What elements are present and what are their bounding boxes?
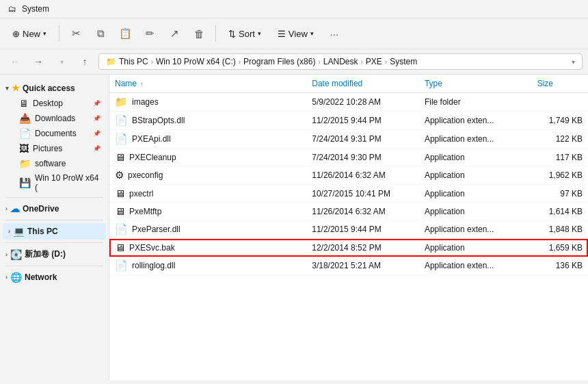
exe-icon: 🖥 xyxy=(115,188,125,199)
title-bar-icon: 🗂 xyxy=(8,4,16,14)
sidebar-div2 xyxy=(5,220,103,220)
up-button[interactable]: ↑ xyxy=(75,52,94,71)
breadcrumb-thispc[interactable]: This PC xyxy=(119,57,148,66)
breadcrumb-sep5: › xyxy=(385,58,387,66)
file-name-text: PXECleanup xyxy=(129,153,176,162)
view-label: View xyxy=(289,29,308,39)
paste-button[interactable]: 📋 xyxy=(114,23,136,44)
sidebar: ▾ ★ Quick access 🖥 Desktop 📌 📥 Downloads… xyxy=(0,75,109,381)
back-button[interactable]: ← xyxy=(5,52,25,71)
pictures-pin-icon: 📌 xyxy=(93,145,101,152)
view-button[interactable]: ☰ View ▾ xyxy=(271,25,321,42)
breadcrumb-pxe[interactable]: PXE xyxy=(366,57,382,66)
file-name-cell: 📄BStrapOpts.dll xyxy=(109,112,306,130)
file-size: 122 KB xyxy=(532,130,588,149)
plus-icon: ⊕ xyxy=(12,29,20,39)
sidebar-section-new-volume[interactable]: › 💽 新加卷 (D:) xyxy=(0,246,109,263)
cut-button[interactable]: ✂ xyxy=(65,23,87,44)
file-name-text: PxeParser.dll xyxy=(132,225,181,234)
table-row[interactable]: 📄rollinglog.dll3/18/2021 5:21 AMApplicat… xyxy=(109,257,588,275)
col-type-label: Type xyxy=(425,79,442,88)
sidebar-section-quick-access[interactable]: ▾ ★ Quick access xyxy=(0,80,109,96)
file-name-cell: 🖥PXECleanup xyxy=(109,149,306,166)
pictures-icon: 🖼 xyxy=(19,143,29,154)
title-bar-text: System xyxy=(22,4,49,14)
table-row[interactable]: 🖥PXESvc.bak12/2/2014 8:52 PMApplication1… xyxy=(109,239,588,257)
breadcrumb-expand[interactable]: ▾ xyxy=(572,58,575,66)
table-row[interactable]: 📄PXEApi.dll7/24/2014 9:31 PMApplication … xyxy=(109,130,588,149)
sidebar-item-pictures[interactable]: 🖼 Pictures 📌 xyxy=(3,141,106,156)
file-date: 3/18/2021 5:21 AM xyxy=(306,257,419,275)
copy-button[interactable]: ⧉ xyxy=(90,23,111,44)
delete-button[interactable]: 🗑 xyxy=(188,23,210,44)
table-row[interactable]: 📄BStrapOpts.dll11/2/2015 9:44 PMApplicat… xyxy=(109,112,588,130)
sidebar-section-onedrive[interactable]: › ☁ OneDrive xyxy=(0,201,109,217)
file-date: 7/24/2014 9:30 PM xyxy=(306,149,419,166)
file-name-cell: 📁images xyxy=(109,93,306,112)
dll-icon: 📄 xyxy=(115,259,128,272)
newvol-chevron: › xyxy=(5,251,8,258)
table-row[interactable]: 🖥PxeMtftp11/26/2014 6:32 AMApplication1,… xyxy=(109,203,588,220)
table-row[interactable]: 🖥PXECleanup7/24/2014 9:30 PMApplication1… xyxy=(109,149,588,166)
file-name-text: pxectrl xyxy=(129,189,153,199)
table-row[interactable]: ⚙pxeconfig11/26/2014 6:32 AMApplication1… xyxy=(109,166,588,185)
table-row[interactable]: 📄PxeParser.dll11/2/2015 9:44 PMApplicati… xyxy=(109,220,588,239)
sidebar-item-downloads[interactable]: 📥 Downloads 📌 xyxy=(3,111,106,126)
file-type: Application xyxy=(419,239,532,257)
col-name-label: Name xyxy=(115,79,137,88)
breadcrumb-c[interactable]: Win 10 ProW x64 (C:) xyxy=(156,57,236,66)
sidebar-win10-label: Win 10 ProW x64 ( xyxy=(35,173,101,192)
sort-arrow-icon: ↑ xyxy=(140,81,144,88)
breadcrumb-sep1: › xyxy=(151,58,153,66)
file-table-body: 📁images5/9/2022 10:28 AMFile folder📄BStr… xyxy=(109,93,588,275)
file-date: 7/24/2014 9:31 PM xyxy=(306,130,419,149)
file-name-text: PXESvc.bak xyxy=(129,243,175,253)
desktop-icon: 🖥 xyxy=(19,98,29,109)
sort-chevron: ▾ xyxy=(258,30,261,37)
sidebar-item-desktop[interactable]: 🖥 Desktop 📌 xyxy=(3,96,106,111)
sidebar-section-this-pc[interactable]: › 💻 This PC xyxy=(3,223,106,240)
breadcrumb-system[interactable]: System xyxy=(390,57,417,66)
breadcrumb-programfiles[interactable]: Program Files (x86) xyxy=(243,57,315,66)
sidebar-item-software[interactable]: 📁 software xyxy=(3,156,106,171)
forward-button[interactable]: → xyxy=(29,52,48,71)
file-name-text: BStrapOpts.dll xyxy=(132,116,185,125)
rename-button[interactable]: ✏ xyxy=(139,23,161,44)
new-button[interactable]: ⊕ New ▾ xyxy=(5,25,53,42)
more-button[interactable]: ··· xyxy=(323,23,345,44)
main-layout: ▾ ★ Quick access 🖥 Desktop 📌 📥 Downloads… xyxy=(0,75,588,381)
file-size: 1,962 KB xyxy=(532,166,588,185)
file-name-text: images xyxy=(132,97,159,107)
file-date: 11/2/2015 9:44 PM xyxy=(306,112,419,130)
file-date: 10/27/2015 10:41 PM xyxy=(306,185,419,203)
breadcrumb-landesk[interactable]: LANDesk xyxy=(323,57,358,66)
sort-button[interactable]: ⇅ Sort ▾ xyxy=(222,25,268,42)
sidebar-item-documents[interactable]: 📄 Documents 📌 xyxy=(3,126,106,141)
file-type: Application xyxy=(419,203,532,220)
col-date-header[interactable]: Date modified xyxy=(306,75,419,93)
dll-icon: 📄 xyxy=(115,223,128,235)
file-name-cell: 🖥PXESvc.bak xyxy=(109,239,306,257)
sidebar-downloads-label: Downloads xyxy=(35,114,75,123)
sidebar-section-network[interactable]: › 🌐 Network xyxy=(0,269,109,285)
sidebar-pictures-label: Pictures xyxy=(33,144,62,153)
recent-button[interactable]: ▾ xyxy=(52,52,71,71)
this-pc-chevron: › xyxy=(8,228,10,235)
file-type: Application xyxy=(419,149,532,166)
breadcrumb[interactable]: 📁 This PC › Win 10 ProW x64 (C:) › Progr… xyxy=(98,53,583,70)
file-date: 5/9/2022 10:28 AM xyxy=(306,93,419,112)
col-name-header[interactable]: Name ↑ xyxy=(109,75,306,93)
sidebar-div4 xyxy=(5,266,103,266)
share-button[interactable]: ↗ xyxy=(163,23,185,44)
table-row[interactable]: 🖥pxectrl10/27/2015 10:41 PMApplication97… xyxy=(109,185,588,203)
table-row[interactable]: 📁images5/9/2022 10:28 AMFile folder xyxy=(109,93,588,112)
file-name-text: pxeconfig xyxy=(128,170,163,180)
sidebar-item-win10[interactable]: 💾 Win 10 ProW x64 ( xyxy=(3,171,106,194)
address-bar: ← → ▾ ↑ 📁 This PC › Win 10 ProW x64 (C:)… xyxy=(0,49,588,75)
col-size-header[interactable]: Size xyxy=(532,75,588,93)
onedrive-chevron: › xyxy=(5,205,8,212)
newvol-label: 新加卷 (D:) xyxy=(25,248,66,260)
file-type: Application exten... xyxy=(419,112,532,130)
col-type-header[interactable]: Type xyxy=(419,75,532,93)
breadcrumb-sep2: › xyxy=(239,58,241,66)
